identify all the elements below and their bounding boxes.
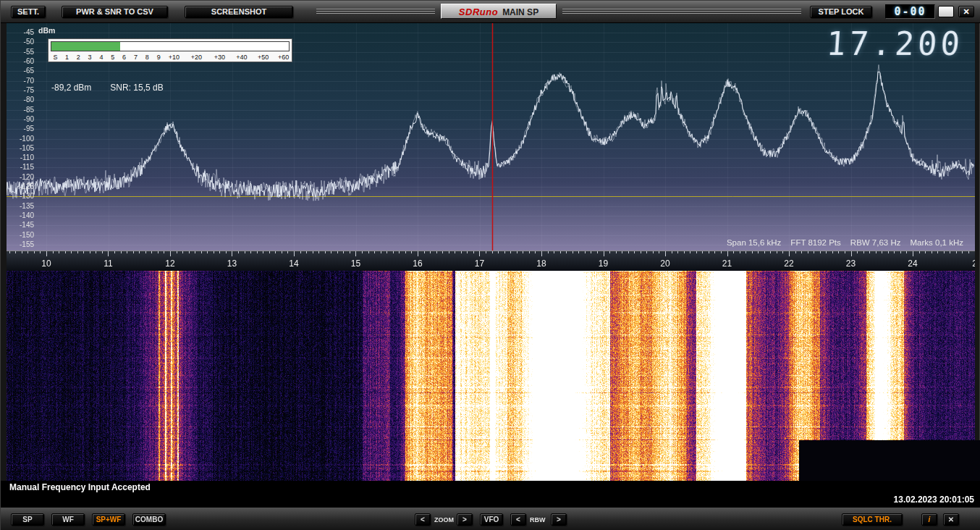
s-meter-scale-label: +50	[258, 53, 269, 62]
zoom-in-button[interactable]: >	[457, 513, 473, 526]
zoom-label: ZOOM	[434, 516, 454, 523]
db-tick-label: -80	[7, 96, 34, 104]
s-meter-scale-label: +30	[214, 53, 225, 62]
s-meter-scale-label: +10	[169, 53, 179, 62]
db-tick-label: -45	[7, 28, 34, 37]
db-tick-label: -130	[7, 192, 34, 201]
spectrum-info-readout: Span 15,6 kHzFFT 8192 PtsRBW 7,63 HzMark…	[717, 238, 963, 247]
datetime-display: 13.02.2023 20:01:05	[894, 495, 974, 505]
s-meter-scale: S123456789+10+20+30+40+50+60	[51, 53, 290, 62]
s-meter-scale-label: +40	[236, 53, 247, 62]
rbw-readout: RBW 7,63 Hz	[850, 238, 901, 247]
s-meter-scale-label: +20	[191, 53, 202, 62]
sp-wf-mode-button[interactable]: SP+WF	[92, 513, 125, 526]
rbw-increase-button[interactable]: >	[551, 513, 567, 526]
s-meter-scale-label: 5	[111, 53, 114, 62]
sqlc-threshold-button[interactable]: SQLC THR.	[842, 513, 903, 526]
s-meter-scale-label: 9	[157, 53, 161, 62]
db-tick-label: -105	[7, 144, 34, 153]
freq-tick-label: 22	[784, 258, 793, 269]
frequency-axis-ticks	[7, 251, 975, 271]
s-meter-scale-label: S	[54, 53, 58, 62]
pwr-snr-csv-button[interactable]: PWR & SNR TO CSV	[62, 6, 168, 18]
screenshot-button[interactable]: SCREENSHOT	[185, 6, 293, 18]
titlebar-grip-left	[316, 9, 435, 14]
s-meter-scale-label: +60	[278, 53, 289, 62]
sp-mode-button[interactable]: SP	[11, 513, 44, 526]
step-lock-button[interactable]: STEP LOCK	[810, 6, 872, 18]
s-meter-scale-label: 3	[88, 53, 92, 62]
freq-tick-label: 23	[846, 258, 856, 269]
app-brand: SDRuno	[459, 7, 498, 17]
s-meter-scale-label: 6	[122, 53, 126, 62]
rbw-decrease-button[interactable]: <	[510, 513, 526, 526]
titlebar[interactable]: SETT. PWR & SNR TO CSV SCREENSHOT SDRuno…	[1, 1, 980, 23]
s-meter-scale-label: 7	[134, 53, 138, 62]
freq-tick-label: 19	[599, 258, 608, 269]
wf-mode-button[interactable]: WF	[51, 513, 85, 526]
power-readout: -89,2 dBmSNR: 15,5 dB	[51, 83, 182, 93]
freq-tick-label: 17	[475, 258, 484, 269]
freq-tick-label: 20	[660, 258, 669, 269]
power-dbm-value: -89,2 dBm	[51, 83, 91, 93]
db-tick-label: -115	[7, 163, 34, 172]
control-bar: SP WF SP+WF COMBO < ZOOM > VFO < RBW > S…	[1, 507, 980, 530]
freq-tick-label: 24	[908, 258, 917, 269]
db-tick-label: -145	[7, 221, 34, 230]
db-tick-label: -110	[7, 153, 34, 162]
freq-tick-label: 11	[104, 258, 112, 269]
close-button[interactable]: ✕	[958, 6, 974, 17]
spectrum-panel[interactable]: dBm -45-50-55-60-65-70-75-80-85-90-95-10…	[7, 23, 975, 251]
db-tick-label: -95	[7, 125, 34, 133]
span-readout: Span 15,6 kHz	[727, 238, 781, 247]
freq-tick-label: 13	[227, 258, 237, 269]
db-tick-label: -100	[7, 135, 34, 143]
db-tick-label: -65	[7, 67, 34, 75]
snr-value: SNR: 15,5 dB	[110, 83, 163, 93]
s-meter-scale-label: 4	[99, 53, 103, 62]
s-meter: S123456789+10+20+30+40+50+60	[48, 38, 292, 62]
s-meter-fill	[51, 42, 120, 51]
rbw-label: RBW	[530, 516, 546, 523]
freq-tick-label: 16	[413, 258, 422, 269]
info-button[interactable]: i	[921, 513, 937, 526]
zoom-out-button[interactable]: <	[415, 513, 431, 526]
frequency-axis[interactable]: 1011121314151617181920212223242	[7, 251, 975, 271]
db-tick-label: -55	[7, 48, 34, 56]
freq-tick-label: 18	[536, 258, 546, 269]
db-tick-label: -85	[7, 106, 34, 114]
s-meter-bar	[51, 41, 290, 51]
minimize-button[interactable]	[938, 6, 954, 17]
dbm-axis-unit: dBm	[38, 26, 55, 35]
sdruno-main-sp-window: SETT. PWR & SNR TO CSV SCREENSHOT SDRuno…	[0, 0, 980, 530]
db-tick-label: -90	[7, 115, 34, 124]
waterfall-blanked-region	[799, 440, 980, 481]
frequency-display: 17.200	[825, 25, 965, 62]
freq-tick-label: 10	[41, 258, 51, 269]
window-title-label: MAIN SP	[502, 7, 538, 17]
close-panel-button[interactable]: ✕	[943, 513, 959, 526]
status-message: Manual Frequency Input Accepted	[9, 482, 151, 492]
step-size-display: 0-00	[885, 4, 935, 19]
db-tick-label: -125	[7, 182, 34, 191]
db-tick-label: -50	[7, 38, 34, 46]
status-bar: Manual Frequency Input Accepted 13.02.20…	[1, 481, 980, 507]
settings-button[interactable]: SETT.	[11, 6, 46, 18]
freq-tick-label: 15	[351, 258, 360, 269]
s-meter-scale-label: 8	[145, 53, 149, 62]
db-tick-label: -75	[7, 86, 34, 95]
combo-mode-button[interactable]: COMBO	[132, 513, 166, 526]
db-tick-label: -135	[7, 202, 34, 211]
fft-readout: FFT 8192 Pts	[790, 238, 840, 247]
vfo-button[interactable]: VFO	[480, 513, 503, 526]
window-title: SDRunoMAIN SP	[441, 4, 557, 19]
db-tick-label: -60	[7, 57, 34, 66]
titlebar-grip-right	[562, 9, 801, 14]
db-tick-label: -140	[7, 211, 34, 220]
db-tick-label: -150	[7, 231, 34, 240]
db-tick-label: -155	[7, 240, 34, 249]
db-tick-label: -70	[7, 77, 34, 85]
db-tick-label: -120	[7, 173, 34, 182]
freq-tick-label: 12	[165, 258, 174, 269]
freq-tick-label: 14	[289, 258, 298, 269]
